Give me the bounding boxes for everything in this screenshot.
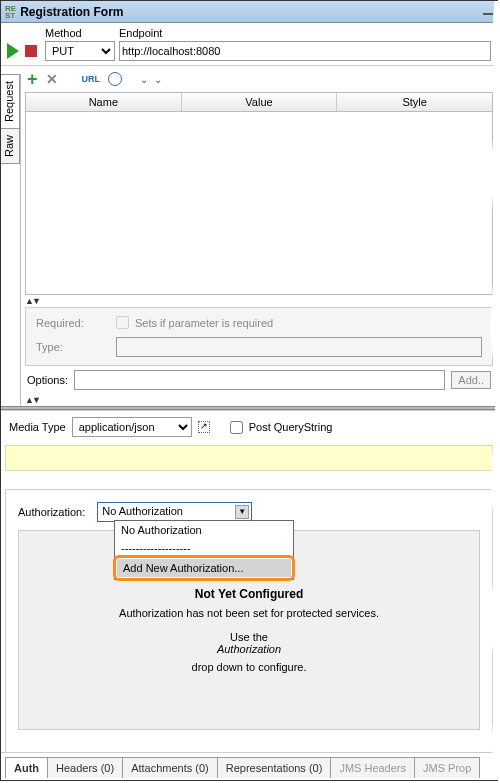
media-type-select[interactable]: application/json (72, 417, 192, 437)
endpoint-input[interactable] (119, 41, 491, 61)
remove-param-icon[interactable]: ✕ (46, 71, 58, 87)
caret-down-icon-2[interactable]: ⌄ (154, 74, 162, 85)
col-style: Style (337, 93, 492, 111)
tab-headers[interactable]: Headers (0) (47, 757, 123, 778)
authorization-selected-value: No Authorization (98, 503, 251, 519)
url-icon[interactable]: URL (82, 74, 101, 84)
options-input[interactable] (74, 370, 445, 390)
auth-panel: Authorization: No Authorization ▼ No Aut… (5, 489, 493, 767)
post-querystring-label: Post QueryString (249, 421, 333, 433)
auth-option-none[interactable]: No Authorization (115, 521, 293, 539)
col-value: Value (182, 93, 338, 111)
collapse-bar-2: ▲▼ (25, 394, 493, 406)
tab-request[interactable]: Request (1, 74, 20, 129)
authorization-dropdown: No Authorization ------------------- Add… (114, 520, 294, 580)
expand-icon[interactable] (198, 421, 210, 433)
params-table-body[interactable] (25, 112, 493, 295)
tab-attachments[interactable]: Attachments (0) (122, 757, 218, 778)
tab-auth[interactable]: Auth (5, 757, 48, 778)
caret-controls: ⌄ ⌄ (140, 74, 162, 85)
main-area: Request Raw + ✕ URL ⌄ ⌄ Name Value Style (1, 66, 497, 406)
tab-raw[interactable]: Raw (1, 128, 20, 164)
endpoint-column: Endpoint (119, 27, 491, 61)
post-querystring-checkbox[interactable] (230, 421, 243, 434)
bottom-tabs: Auth Headers (0) Attachments (0) Represe… (1, 752, 497, 778)
method-endpoint-row: Method PUT Endpoint (1, 23, 497, 66)
required-label: Required: (36, 317, 116, 329)
method-label: Method (45, 27, 115, 39)
media-type-label: Media Type (9, 421, 66, 433)
not-configured-msg1: Authorization has not been set for prote… (119, 607, 379, 619)
add-param-icon[interactable]: + (27, 69, 38, 90)
body-editor[interactable] (5, 445, 493, 471)
method-select[interactable]: PUT (45, 41, 115, 61)
collapse-bar-1: ▲▼ (25, 295, 493, 307)
method-column: Method PUT (45, 27, 115, 61)
required-checkbox[interactable] (116, 316, 129, 329)
refresh-icon[interactable] (108, 72, 122, 86)
options-add-button[interactable]: Add.. (451, 371, 491, 389)
auth-option-highlight: Add New Authorization... (113, 555, 295, 581)
options-label: Options: (27, 374, 68, 386)
chevron-down-icon[interactable]: ▼ (235, 505, 249, 519)
options-row: Options: Add.. (21, 366, 497, 394)
type-input[interactable] (116, 337, 482, 357)
params-panel: + ✕ URL ⌄ ⌄ Name Value Style ▲▼ Required… (21, 66, 497, 406)
params-table-header: Name Value Style (25, 92, 493, 112)
window-title: Registration Form (20, 5, 123, 19)
authorization-label: Authorization: (18, 506, 85, 518)
auth-row: Authorization: No Authorization ▼ (18, 502, 480, 522)
required-checkbox-row: Sets if parameter is required (116, 316, 482, 329)
tab-jms-headers[interactable]: JMS Headers (330, 757, 415, 778)
run-button[interactable] (7, 43, 19, 59)
titlebar-controls (483, 9, 493, 15)
endpoint-label: Endpoint (119, 27, 491, 39)
collapse-toggle-icon-2[interactable]: ▲▼ (25, 395, 39, 405)
rest-icon: REST (5, 5, 16, 19)
col-name: Name (26, 93, 182, 111)
stop-button[interactable] (25, 45, 37, 57)
titlebar: REST Registration Form (1, 1, 497, 23)
tab-representations[interactable]: Representations (0) (217, 757, 332, 778)
caret-down-icon[interactable]: ⌄ (140, 74, 148, 85)
request-window: REST Registration Form Method PUT Endpoi… (0, 0, 498, 781)
required-checkbox-label: Sets if parameter is required (135, 317, 273, 329)
not-configured-msg2: Use the Authorization drop down to confi… (192, 625, 307, 673)
params-toolbar: + ✕ URL ⌄ ⌄ (21, 66, 497, 92)
type-label: Type: (36, 341, 116, 353)
tab-jms-prop[interactable]: JMS Prop (414, 757, 480, 778)
collapse-toggle-icon[interactable]: ▲▼ (25, 296, 39, 306)
param-details-panel: Required: Sets if parameter is required … (25, 307, 493, 366)
not-configured-title: Not Yet Configured (195, 587, 303, 601)
auth-option-add-new[interactable]: Add New Authorization... (117, 559, 291, 577)
side-tabs: Request Raw (1, 74, 21, 406)
authorization-select[interactable]: No Authorization ▼ (97, 502, 252, 522)
media-row: Media Type application/json Post QuerySt… (1, 410, 497, 443)
minimize-icon[interactable] (483, 13, 493, 15)
